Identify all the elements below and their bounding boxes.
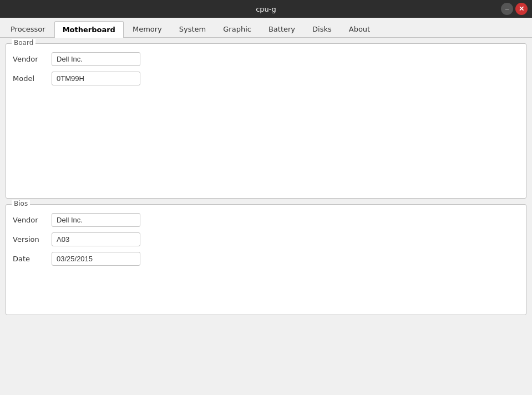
board-vendor-input[interactable] — [52, 52, 140, 66]
tab-motherboard[interactable]: Motherboard — [54, 21, 124, 38]
bios-vendor-input[interactable] — [52, 213, 140, 227]
bios-version-label: Version — [13, 235, 52, 244]
bios-group: Bios Vendor Version Date — [6, 204, 526, 315]
tab-bar: Processor Motherboard Memory System Grap… — [0, 18, 532, 38]
bios-date-row: Date — [13, 252, 519, 266]
board-vendor-label: Vendor — [13, 55, 52, 63]
content-area: Board Vendor Model Bios Vendor Version — [0, 38, 532, 395]
board-vendor-row: Vendor — [13, 52, 519, 66]
app-window: cpu-g – ✕ Processor Motherboard Memory S… — [0, 0, 532, 395]
minimize-button[interactable]: – — [501, 3, 513, 15]
tab-disks[interactable]: Disks — [304, 21, 340, 37]
board-model-label: Model — [13, 74, 52, 83]
tab-about[interactable]: About — [341, 21, 378, 37]
board-group: Board Vendor Model — [6, 43, 526, 199]
bios-date-input[interactable] — [52, 252, 140, 266]
window-title: cpu-g — [256, 5, 276, 13]
title-bar: cpu-g – ✕ — [0, 0, 532, 18]
bios-version-input[interactable] — [52, 232, 140, 246]
tab-processor[interactable]: Processor — [2, 21, 54, 37]
tab-memory[interactable]: Memory — [124, 21, 170, 37]
board-model-input[interactable] — [52, 72, 140, 85]
bios-group-label: Bios — [12, 200, 30, 207]
tab-system[interactable]: System — [171, 21, 214, 37]
board-group-label: Board — [12, 39, 36, 47]
board-model-row: Model — [13, 72, 519, 85]
close-button[interactable]: ✕ — [515, 3, 528, 15]
window-controls: – ✕ — [501, 3, 528, 15]
bios-vendor-row: Vendor — [13, 213, 519, 227]
tab-graphic[interactable]: Graphic — [215, 21, 260, 37]
bios-vendor-label: Vendor — [13, 216, 52, 224]
bios-version-row: Version — [13, 232, 519, 246]
tab-battery[interactable]: Battery — [260, 21, 303, 37]
bios-date-label: Date — [13, 255, 52, 263]
